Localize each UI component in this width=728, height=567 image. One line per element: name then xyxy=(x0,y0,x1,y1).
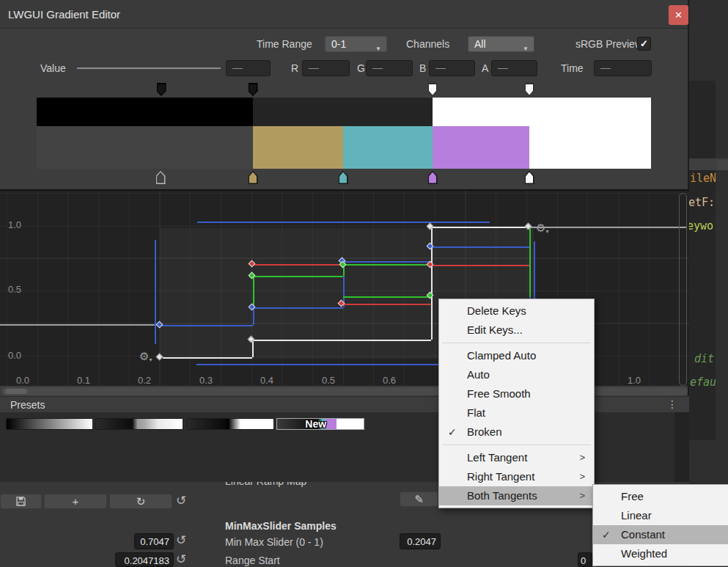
menu-item-flat[interactable]: Flat xyxy=(439,403,594,422)
menu-item-edit-keys[interactable]: Edit Keys... xyxy=(439,321,594,340)
menu-item-label: Edit Keys... xyxy=(467,321,523,340)
revert-icon[interactable]: ↺ xyxy=(176,533,186,548)
alpha-key-marker[interactable] xyxy=(157,83,166,96)
menu-item-delete-keys[interactable]: Delete Keys xyxy=(439,301,594,321)
b-field[interactable]: — xyxy=(429,60,475,76)
channels-label: Channels xyxy=(406,38,449,50)
time-field[interactable]: — xyxy=(594,60,652,76)
r-field[interactable]: — xyxy=(302,60,350,76)
gradient-strip[interactable] xyxy=(37,98,651,169)
code-line: dit xyxy=(694,352,714,365)
gear-icon[interactable]: ⚙▾ xyxy=(536,222,548,235)
marker-fill xyxy=(157,172,164,183)
menu-item-label: Right Tangent xyxy=(467,467,534,486)
range-start-label: Range Start xyxy=(225,555,280,566)
revert-icon[interactable]: ↺ xyxy=(176,552,186,567)
x-axis-tick: 0.0 xyxy=(16,375,29,386)
gear-icon[interactable]: ⚙▾ xyxy=(139,350,152,363)
marker-fill xyxy=(429,84,436,95)
marker-fill xyxy=(429,172,436,183)
alpha-segment xyxy=(433,98,651,126)
value-slider[interactable] xyxy=(77,67,221,69)
window-titlebar[interactable]: LWGUI Gradient Editor ✕ xyxy=(0,0,688,29)
preset-swatch-black-to-white[interactable] xyxy=(6,418,93,430)
y-axis-tick: 1.0 xyxy=(8,219,21,230)
preset-swatch-new-preset[interactable]: New xyxy=(276,418,364,430)
x-axis-tick: 0.4 xyxy=(260,375,273,386)
menu-item-label: Broken xyxy=(467,422,502,442)
a-field[interactable]: — xyxy=(491,60,537,76)
x-axis-tick: 0.3 xyxy=(199,375,213,386)
submenu-arrow-icon: > xyxy=(579,467,585,486)
color-key-marker[interactable] xyxy=(156,171,166,184)
alpha-key-marker[interactable] xyxy=(428,83,438,96)
code-line: ileN xyxy=(690,172,716,185)
alpha-key-marker[interactable] xyxy=(249,83,258,96)
x-axis-tick: 0.5 xyxy=(322,375,335,386)
value-field-d[interactable]: 0 xyxy=(578,552,592,567)
time-range-value: 0-1 xyxy=(331,38,346,50)
menu-item-label: Both Tangents xyxy=(467,486,537,505)
kebab-menu-icon[interactable]: ⋮ xyxy=(667,398,677,410)
menu-item-label: Weighted xyxy=(621,544,667,563)
code-editor-scrollbar-thumb xyxy=(717,160,728,170)
color-key-marker[interactable] xyxy=(525,171,534,184)
menu-item-label: Flat xyxy=(467,403,485,422)
menu-item-linear[interactable]: Linear xyxy=(593,506,728,525)
color-key-marker[interactable] xyxy=(249,171,258,184)
edit-gradient-button[interactable]: ✎ xyxy=(400,491,438,507)
value-label: Value xyxy=(40,62,66,74)
close-button[interactable]: ✕ xyxy=(669,5,688,25)
menu-item-free[interactable]: Free xyxy=(593,487,728,506)
preset-swatch-dark-to-white[interactable] xyxy=(186,418,274,430)
value-field[interactable]: — xyxy=(226,60,271,76)
channels-dropdown[interactable]: All ▼ xyxy=(468,36,534,52)
refresh-button[interactable]: ↻ xyxy=(109,494,172,509)
color-key-marker[interactable] xyxy=(339,171,348,184)
x-axis-tick: 1.0 xyxy=(628,375,641,386)
menu-item-label: Delete Keys xyxy=(467,301,526,321)
menu-item-free-smooth[interactable]: Free Smooth xyxy=(439,384,594,403)
code-editor-panel: ileNetF:eywoditefau xyxy=(689,81,716,440)
preset-swatch-dark-gray-band-white[interactable] xyxy=(95,418,183,430)
a-label: A xyxy=(482,62,488,74)
marker-fill xyxy=(158,84,165,95)
save-button[interactable] xyxy=(0,494,42,509)
section-title: MinMaxSlider Samples xyxy=(225,520,337,532)
menu-item-right-tangent[interactable]: Right Tangent> xyxy=(439,467,594,486)
menu-item-broken[interactable]: ✓Broken xyxy=(439,422,594,442)
b-label: B xyxy=(419,62,426,74)
menu-item-weighted[interactable]: Weighted xyxy=(593,544,728,563)
menu-item-label: Clamped Auto xyxy=(467,346,536,365)
menu-item-auto[interactable]: Auto xyxy=(439,365,594,384)
time-range-dropdown[interactable]: 0-1 ▼ xyxy=(325,36,387,52)
menu-separator xyxy=(439,442,594,448)
menu-item-label: Linear xyxy=(621,506,652,525)
curve-vertical-scrollbar[interactable] xyxy=(679,193,687,386)
check-icon: ✓ xyxy=(640,38,648,49)
value-field-a[interactable]: 0.7047 xyxy=(134,533,174,549)
value-field-b[interactable]: 0.2047183 xyxy=(115,552,174,567)
srgb-preview-checkbox[interactable]: ✓ xyxy=(637,37,651,51)
context-menu: Delete KeysEdit Keys...Clamped AutoAutoF… xyxy=(438,299,595,508)
value-field-c[interactable]: 0.2047 xyxy=(400,533,441,549)
menu-separator xyxy=(439,340,594,346)
submenu-arrow-icon: > xyxy=(579,486,585,505)
add-button[interactable]: + xyxy=(44,494,107,509)
color-segment xyxy=(529,126,651,169)
presets-label: Presets xyxy=(10,399,45,411)
menu-item-both-tangents[interactable]: Both Tangents> xyxy=(439,486,594,505)
menu-item-clamped-auto[interactable]: Clamped Auto xyxy=(439,346,594,365)
code-line: efau xyxy=(690,376,716,389)
alpha-key-marker[interactable] xyxy=(525,83,534,96)
menu-item-left-tangent[interactable]: Left Tangent> xyxy=(439,448,594,467)
menu-item-constant[interactable]: ✓Constant xyxy=(593,525,728,544)
tangent-submenu: FreeLinear✓ConstantWeighted xyxy=(592,484,728,566)
color-key-marker[interactable] xyxy=(428,171,438,184)
g-field[interactable]: — xyxy=(366,60,413,76)
menu-item-label: Free Smooth xyxy=(467,384,531,403)
color-segment xyxy=(343,126,433,169)
menu-item-label: Constant xyxy=(621,525,665,544)
revert-icon[interactable]: ↺ xyxy=(176,493,186,508)
time-label: Time xyxy=(561,62,584,74)
